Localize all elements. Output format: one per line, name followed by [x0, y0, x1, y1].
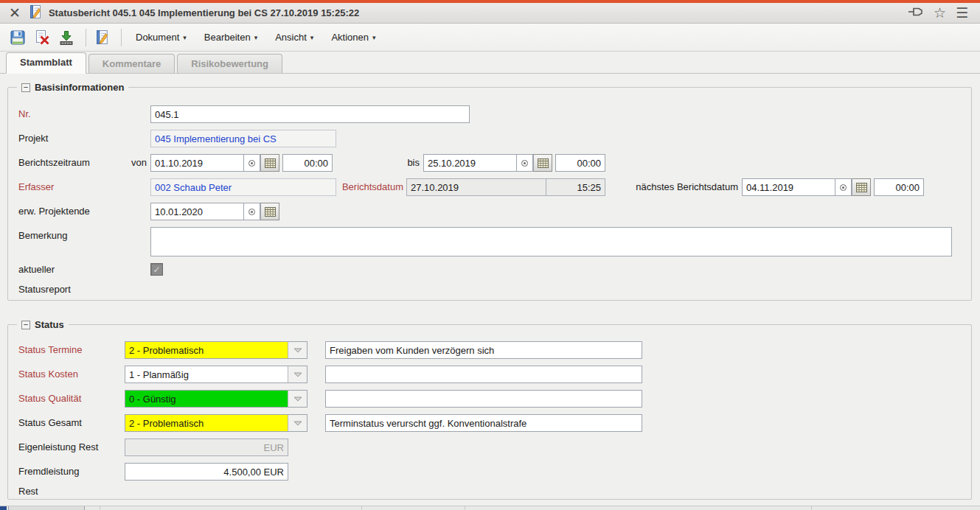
- pin-icon[interactable]: [908, 5, 924, 21]
- aktueller-statusreport-label-line1: aktueller: [18, 261, 55, 279]
- discard-document-icon[interactable]: [32, 27, 52, 48]
- naechstes-berichtsdatum-date-group: 04.11.2019: [742, 178, 871, 196]
- collapse-icon[interactable]: −: [21, 321, 30, 329]
- section-legend: − Basisinformationen: [17, 80, 128, 94]
- naechstes-berichtsdatum-label: nächstes Berichtsdatum: [621, 178, 738, 196]
- fremdleistung-rest-label-line1: Fremdleistung: [18, 463, 79, 481]
- bemerkung-label: Bemerkung: [18, 227, 67, 245]
- statusreport-document-icon[interactable]: [91, 27, 112, 48]
- calendar-icon[interactable]: [852, 178, 871, 196]
- von-label: von: [110, 154, 147, 172]
- status-gesamt-dropdown[interactable]: 2 - Problematisch: [125, 414, 307, 432]
- erw-projektende-label: erw. Projektende: [18, 203, 90, 220]
- clock-icon[interactable]: [517, 154, 533, 172]
- berichtszeitraum-label: Berichtszeitraum: [18, 154, 90, 172]
- nr-label: Nr.: [18, 105, 31, 123]
- calendar-icon[interactable]: [260, 203, 279, 220]
- status-gesamt-label: Status Gesamt: [18, 414, 82, 432]
- aktueller-statusreport-label-line2: Statusreport: [18, 281, 71, 298]
- section-legend: − Status: [17, 318, 69, 332]
- eigenleistung-rest-label: Eigenleistung Rest: [18, 439, 98, 456]
- bis-label: bis: [384, 154, 420, 172]
- menu-label: Aktionen: [331, 32, 369, 43]
- favorite-star-icon[interactable]: ☆: [934, 6, 946, 20]
- clipped-selection-marker: [0, 506, 7, 510]
- clock-icon[interactable]: [244, 154, 260, 172]
- status-gesamt-comment-input[interactable]: Terminstatus verurscht ggf. Konventional…: [325, 414, 642, 432]
- tab-kommentare[interactable]: Kommentare: [88, 54, 175, 73]
- projekt-label: Projekt: [18, 130, 48, 147]
- von-date-input[interactable]: 01.10.2019: [150, 154, 244, 172]
- berichtsdatum-time-field: 15:25: [546, 178, 605, 196]
- clock-icon[interactable]: [835, 178, 852, 196]
- aktueller-statusreport-checkbox: ✓: [150, 263, 163, 276]
- status-kosten-comment-input[interactable]: [325, 366, 642, 383]
- fremdleistung-rest-label-line2: Rest: [18, 483, 38, 500]
- hamburger-menu-icon[interactable]: ☰: [956, 6, 968, 20]
- close-icon[interactable]: ✕: [9, 6, 21, 20]
- dropdown-arrow-icon[interactable]: [288, 366, 307, 382]
- erw-projektende-date-group: 10.01.2020: [150, 203, 279, 220]
- status-termine-dropdown[interactable]: 2 - Problematisch: [125, 341, 307, 359]
- dropdown-value[interactable]: 2 - Problematisch: [125, 342, 288, 358]
- menu-ansicht[interactable]: Ansicht ▾: [266, 27, 322, 48]
- save-icon[interactable]: [7, 27, 28, 48]
- section-basisinformationen: − Basisinformationen Nr. 045.1 Projekt 0…: [7, 87, 972, 301]
- dropdown-arrow-icon[interactable]: [288, 391, 307, 407]
- status-kosten-dropdown[interactable]: 1 - Planmäßig: [125, 366, 307, 383]
- berichtsdatum-label: Berichtsdatum: [316, 178, 403, 196]
- status-kosten-label: Status Kosten: [18, 366, 78, 383]
- erw-projektende-date-input[interactable]: 10.01.2020: [150, 203, 244, 220]
- tab-bar: Stammblatt Kommentare Risikobewertung: [0, 52, 980, 74]
- naechstes-berichtsdatum-time-input[interactable]: 00:00: [874, 178, 924, 196]
- bis-date-group: 25.10.2019: [423, 154, 552, 172]
- projekt-link-field[interactable]: 045 Implementierung bei CS: [150, 130, 336, 147]
- fremdleistung-rest-input[interactable]: 4.500,00 EUR: [125, 463, 288, 481]
- naechstes-berichtsdatum-date-input[interactable]: 04.11.2019: [742, 178, 835, 196]
- chevron-down-icon: ▾: [372, 34, 376, 41]
- dropdown-value[interactable]: 1 - Planmäßig: [125, 366, 288, 382]
- nr-input[interactable]: 045.1: [150, 105, 470, 123]
- berichtsdatum-date-field: 27.10.2019: [406, 178, 546, 196]
- section-title: Basisinformationen: [35, 82, 124, 93]
- bis-time-input[interactable]: 00:00: [555, 154, 605, 172]
- section-title: Status: [35, 319, 64, 330]
- collapse-icon[interactable]: −: [21, 83, 30, 92]
- chevron-down-icon: ▾: [254, 34, 258, 41]
- tab-stammblatt[interactable]: Stammblatt: [6, 52, 86, 74]
- statusreport-document-icon: [28, 4, 43, 21]
- erfasser-link-field[interactable]: 002 Schaub Peter: [150, 178, 336, 196]
- toolbar-separator: [86, 29, 86, 46]
- calendar-icon[interactable]: [260, 154, 279, 172]
- clipped-cell: [8, 506, 85, 510]
- dropdown-value[interactable]: 2 - Problematisch: [125, 415, 288, 431]
- menu-label: Bearbeiten: [204, 32, 251, 43]
- tab-risikobewertung[interactable]: Risikobewertung: [177, 54, 282, 73]
- menu-label: Dokument: [136, 32, 179, 43]
- status-qualitaet-comment-input[interactable]: [325, 390, 642, 408]
- von-time-input[interactable]: 00:00: [282, 154, 333, 172]
- status-termine-label: Status Termine: [18, 341, 82, 359]
- dropdown-arrow-icon[interactable]: [288, 342, 307, 358]
- window-title: Statusbericht 045.1 045 Implementierung …: [49, 7, 359, 18]
- calendar-icon[interactable]: [533, 154, 552, 172]
- bemerkung-textarea[interactable]: [150, 227, 952, 256]
- status-termine-comment-input[interactable]: Freigaben vom Kunden verzögern sich: [325, 341, 642, 359]
- chevron-down-icon: ▾: [183, 34, 187, 41]
- menu-bearbeiten[interactable]: Bearbeiten ▾: [195, 27, 266, 48]
- toolbar-separator: [121, 29, 122, 46]
- dropdown-value[interactable]: 0 - Günstig: [125, 391, 288, 407]
- bis-date-input[interactable]: 25.10.2019: [423, 154, 517, 172]
- dropdown-arrow-icon[interactable]: [288, 415, 307, 431]
- menu-label: Ansicht: [275, 32, 307, 43]
- status-qualitaet-dropdown[interactable]: 0 - Günstig: [125, 390, 307, 408]
- von-date-group: 01.10.2019: [150, 154, 279, 172]
- window-titlebar: ✕ Statusbericht 045.1 045 Implementierun…: [0, 0, 980, 24]
- menu-aktionen[interactable]: Aktionen ▾: [322, 27, 384, 48]
- chevron-down-icon: ▾: [310, 34, 314, 41]
- menu-dokument[interactable]: Dokument ▾: [127, 27, 195, 48]
- clock-icon[interactable]: [244, 203, 260, 220]
- toolbar: Dokument ▾ Bearbeiten ▾ Ansicht ▾ Aktion…: [0, 24, 980, 52]
- check-in-icon[interactable]: [56, 27, 77, 48]
- status-qualitaet-label: Status Qualität: [18, 390, 81, 408]
